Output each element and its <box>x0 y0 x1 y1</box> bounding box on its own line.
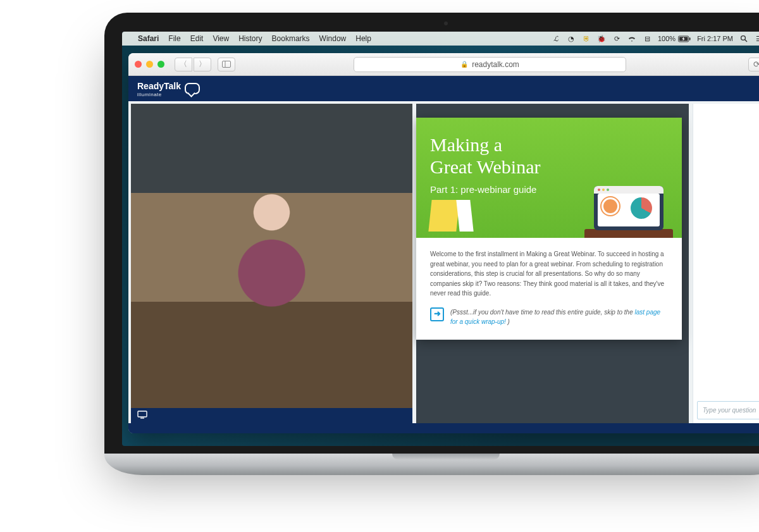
address-url: readytalk.com <box>472 60 519 69</box>
menubar-battery[interactable]: 100% <box>658 35 691 42</box>
menu-window[interactable]: Window <box>319 34 347 43</box>
menu-view[interactable]: View <box>213 34 229 43</box>
macos-menubar: Safari File Edit View History Bookmarks … <box>122 32 759 46</box>
hero-illustration <box>584 186 673 238</box>
menubar-extra-shield-icon[interactable]: ⛨ <box>582 35 591 42</box>
safari-toolbar: 〈 〉 🔒 readytalk.com ⟳ <box>128 53 759 76</box>
logo-sub: illuminate <box>137 92 181 97</box>
svg-rect-7 <box>138 411 147 417</box>
back-button[interactable]: 〈 <box>175 58 192 71</box>
app-logo[interactable]: ReadyTalk illuminate <box>137 80 200 97</box>
slide-panel: Making a Great Webinar Part 1: pre-webin… <box>416 104 689 423</box>
lock-icon: 🔒 <box>460 61 468 68</box>
doc-hero: Making a Great Webinar Part 1: pre-webin… <box>416 118 682 238</box>
menu-history[interactable]: History <box>238 34 262 43</box>
screen-bezel: Safari File Edit View History Bookmarks … <box>104 13 759 454</box>
menubar-extra-ladybug-icon[interactable]: 🐞 <box>597 35 606 43</box>
doc-tip: ➜ (Pssst...if you don't have time to rea… <box>430 307 668 327</box>
spotlight-icon[interactable] <box>739 35 748 42</box>
webapp: ReadyTalk illuminate <box>128 76 759 433</box>
menubar-extra-script-icon[interactable]: ℒ <box>552 35 560 43</box>
svg-rect-2 <box>689 37 691 40</box>
menu-bookmarks[interactable]: Bookmarks <box>272 34 310 43</box>
close-window-button[interactable] <box>135 61 142 68</box>
window-controls <box>135 61 164 68</box>
skip-icon: ➜ <box>430 307 444 321</box>
menubar-sync-icon[interactable]: ⟳ <box>612 35 621 43</box>
svg-line-4 <box>745 40 747 42</box>
menubar-wifi-icon[interactable] <box>627 35 636 42</box>
menubar-toggle-icon[interactable]: ⊟ <box>643 35 651 43</box>
menubar-app-name[interactable]: Safari <box>138 34 159 43</box>
zoom-window-button[interactable] <box>157 61 164 68</box>
svg-point-3 <box>741 36 746 40</box>
video-placeholder <box>131 104 412 423</box>
questions-panel: Type your question <box>693 104 759 423</box>
menu-file[interactable]: File <box>168 34 180 43</box>
safari-window: 〈 〉 🔒 readytalk.com ⟳ <box>128 53 759 433</box>
forward-button[interactable]: 〉 <box>194 58 211 71</box>
notifications-icon[interactable]: ☰ <box>755 35 759 43</box>
webcam-dot <box>444 22 448 25</box>
presenter-video[interactable] <box>131 104 412 423</box>
logo-brand: ReadyTalk <box>137 81 181 91</box>
app-footer <box>128 423 759 433</box>
safari-sidebar-button[interactable] <box>218 58 235 71</box>
svg-rect-5 <box>223 61 231 68</box>
menubar-extra-drive-icon[interactable]: ◔ <box>567 35 576 43</box>
laptop-notch <box>392 454 500 460</box>
app-body: Making a Great Webinar Part 1: pre-webin… <box>128 101 759 423</box>
macbook-frame: Safari File Edit View History Bookmarks … <box>104 13 759 475</box>
menubar-clock[interactable]: Fri 2:17 PM <box>697 35 733 42</box>
menu-help[interactable]: Help <box>355 34 371 43</box>
battery-percent: 100% <box>658 35 676 42</box>
menu-edit[interactable]: Edit <box>190 34 204 43</box>
avatar-icon <box>602 197 619 215</box>
desktop-screen: Safari File Edit View History Bookmarks … <box>122 32 759 446</box>
speech-bubble-icon <box>185 83 200 94</box>
laptop-base <box>104 454 759 475</box>
minimize-window-button[interactable] <box>146 61 153 68</box>
document-page[interactable]: Making a Great Webinar Part 1: pre-webin… <box>416 118 682 340</box>
doc-title: Making a Great Webinar <box>430 134 668 178</box>
question-input[interactable]: Type your question <box>697 401 759 419</box>
pie-chart-icon <box>631 197 652 219</box>
app-header: ReadyTalk illuminate <box>128 76 759 101</box>
address-bar[interactable]: 🔒 readytalk.com <box>354 57 627 72</box>
brochure-icon <box>428 200 459 232</box>
doc-intro: Welcome to the first installment in Maki… <box>430 249 668 299</box>
reload-button[interactable]: ⟳ <box>748 58 759 71</box>
screen-share-icon[interactable] <box>137 411 147 421</box>
